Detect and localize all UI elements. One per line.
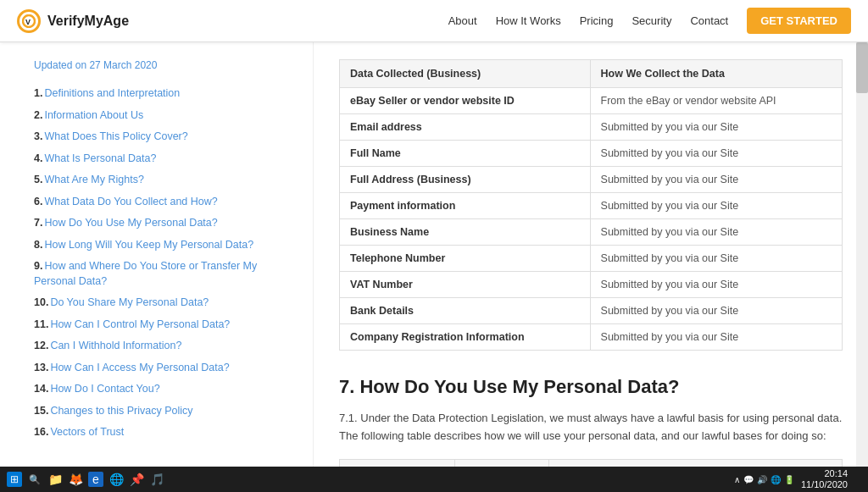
get-started-button[interactable]: GET STARTED — [747, 8, 851, 34]
clock-time: 20:14 — [801, 468, 848, 479]
toc-item-2: 2.Information About Us — [34, 108, 296, 124]
logo-text: VerifyMyAge — [47, 14, 129, 29]
toc-link-6[interactable]: What Data Do You Collect and How? — [44, 196, 217, 207]
toc-num-4: 4. — [34, 152, 42, 164]
updated-date: Updated on 27 March 2020 — [34, 59, 296, 71]
toc-num-3: 3. — [34, 130, 42, 142]
toc-item-8: 8.How Long Will You Keep My Personal Dat… — [34, 238, 296, 253]
toc-link-15[interactable]: Changes to this Privacy Policy — [50, 405, 192, 417]
toc-item-13: 13.How Can I Access My Personal Data? — [34, 361, 296, 376]
taskbar-left: ⊞ 🔍 📁 🦊 e 🌐 📌 🎵 — [7, 472, 164, 487]
toc-item-11: 11.How Can I Control My Personal Data? — [34, 318, 296, 333]
toc-link-13[interactable]: How Can I Access My Personal Data? — [50, 362, 229, 373]
toc-num-5: 5. — [34, 174, 42, 185]
taskbar-icon-1[interactable]: 📁 — [47, 472, 63, 487]
table1-cell-0-0: eBay Seller or vendor website ID — [340, 88, 591, 114]
scrollbar-track[interactable] — [856, 42, 868, 467]
section7-paragraph: 7.1. Under the Data Protection Legislati… — [339, 410, 843, 445]
taskbar-icon-2[interactable]: 🦊 — [68, 472, 83, 487]
scrollbar-thumb[interactable] — [856, 42, 868, 93]
toc-num-7: 7. — [34, 217, 42, 229]
taskbar-right: ∧ 💬 🔊 🌐 🔋 20:14 11/10/2020 — [734, 468, 861, 490]
taskbar-icon-5[interactable]: 📌 — [129, 472, 144, 487]
table1-cell-4-0: Payment information — [340, 193, 591, 219]
toc-num-11: 11. — [34, 318, 48, 330]
toc-link-12[interactable]: Can I Withhold Information? — [50, 340, 181, 351]
taskbar-icon-6[interactable]: 🎵 — [149, 472, 164, 487]
table-row: VAT NumberSubmitted by you via our Site — [340, 272, 843, 298]
toc-link-5[interactable]: What Are My Rights? — [44, 174, 143, 185]
toc-num-1: 1. — [34, 87, 42, 99]
table2-col2-header: What Data We Use — [454, 459, 548, 467]
nav-security[interactable]: Security — [632, 14, 671, 27]
nav-how-it-works[interactable]: How It Works — [496, 14, 561, 27]
toc-item-14: 14.How Do I Contact You? — [34, 382, 296, 397]
page-wrapper: Updated on 27 March 2020 1.Definitions a… — [0, 42, 868, 467]
toc-item-7: 7.How Do You Use My Personal Data? — [34, 216, 296, 231]
table2-col1-header: What We Do — [340, 459, 455, 467]
table-row: Telephone NumberSubmitted by you via our… — [340, 246, 843, 272]
toc-item-16: 16.Vectors of Trust — [34, 425, 296, 440]
toc-num-10: 10. — [34, 296, 48, 308]
toc-num-13: 13. — [34, 362, 48, 373]
toc-link-9[interactable]: How and Where Do You Store or Transfer M… — [34, 260, 257, 287]
table-row: Company Registration InformationSubmitte… — [340, 324, 843, 351]
svg-text:V: V — [25, 18, 31, 26]
table1-cell-3-1: Submitted by you via our Site — [590, 167, 842, 193]
toc-item-9: 9.How and Where Do You Store or Transfer… — [34, 259, 296, 289]
table-row: eBay Seller or vendor website IDFrom the… — [340, 88, 843, 114]
toc-link-14[interactable]: How Do I Contact You? — [50, 383, 159, 395]
toc-item-1: 1.Definitions and Interpretation — [34, 86, 296, 102]
system-tray: ∧ 💬 🔊 🌐 🔋 — [734, 475, 794, 484]
toc-link-7[interactable]: How Do You Use My Personal Data? — [44, 217, 217, 229]
toc-link-3[interactable]: What Does This Policy Cover? — [44, 130, 187, 142]
table1-body: eBay Seller or vendor website IDFrom the… — [340, 88, 843, 351]
toc-item-5: 5.What Are My Rights? — [34, 173, 296, 188]
table1-cell-3-0: Full Address (Business) — [340, 167, 591, 193]
tray-icon-2: 💬 — [743, 475, 754, 484]
toc-num-8: 8. — [34, 239, 42, 251]
taskbar-search-icon[interactable]: 🔍 — [27, 472, 42, 487]
table1-cell-1-1: Submitted by you via our Site — [590, 114, 842, 141]
nav-contact[interactable]: Contact — [690, 14, 728, 27]
toc-link-11[interactable]: How Can I Control My Personal Data? — [50, 318, 230, 330]
table1-cell-2-0: Full Name — [340, 141, 591, 167]
table1-cell-5-1: Submitted by you via our Site — [590, 219, 842, 246]
windows-start-button[interactable]: ⊞ — [7, 472, 22, 487]
table-row: Full NameSubmitted by you via our Site — [340, 141, 843, 167]
table1-col2-header: How We Collect the Data — [590, 60, 842, 88]
tray-icon-5: 🔋 — [784, 475, 794, 484]
taskbar-icon-4[interactable]: 🌐 — [108, 472, 124, 487]
tray-icon-3: 🔊 — [757, 475, 767, 484]
toc-item-15: 15.Changes to this Privacy Policy — [34, 404, 296, 419]
toc-item-4: 4.What Is Personal Data? — [34, 152, 296, 167]
toc-num-9: 9. — [34, 260, 42, 272]
navbar: V VerifyMyAge About How It Works Pricing… — [0, 0, 868, 42]
table-row: Business NameSubmitted by you via our Si… — [340, 219, 843, 246]
clock: 20:14 11/10/2020 — [801, 468, 848, 490]
toc-link-8[interactable]: How Long Will You Keep My Personal Data? — [44, 239, 253, 251]
toc-num-16: 16. — [34, 426, 48, 438]
toc-num-2: 2. — [34, 109, 42, 121]
toc-num-12: 12. — [34, 340, 48, 351]
toc-link-2[interactable]: Information About Us — [44, 109, 143, 121]
toc-item-10: 10.Do You Share My Personal Data? — [34, 296, 296, 311]
toc-link-4[interactable]: What Is Personal Data? — [44, 152, 156, 164]
toc-num-6: 6. — [34, 196, 42, 207]
content-area: Data Collected (Business) How We Collect… — [314, 42, 868, 467]
taskbar-icon-3[interactable]: e — [88, 472, 103, 487]
toc-link-1[interactable]: Definitions and Interpretation — [44, 87, 180, 99]
table1-cell-9-1: Submitted by you via our Site — [590, 324, 842, 351]
nav-about[interactable]: About — [448, 14, 477, 27]
table1-cell-6-1: Submitted by you via our Site — [590, 246, 842, 272]
toc-item-6: 6.What Data Do You Collect and How? — [34, 195, 296, 210]
table-row: Email addressSubmitted by you via our Si… — [340, 114, 843, 141]
toc-num-15: 15. — [34, 405, 48, 417]
nav-pricing[interactable]: Pricing — [580, 14, 614, 27]
toc-link-16[interactable]: Vectors of Trust — [50, 426, 124, 438]
toc-num-14: 14. — [34, 383, 48, 395]
toc-link-10[interactable]: Do You Share My Personal Data? — [50, 296, 209, 308]
toc-list: 1.Definitions and Interpretation2.Inform… — [34, 86, 296, 440]
tray-icon-1: ∧ — [734, 475, 740, 484]
table1-cell-2-1: Submitted by you via our Site — [590, 141, 842, 167]
